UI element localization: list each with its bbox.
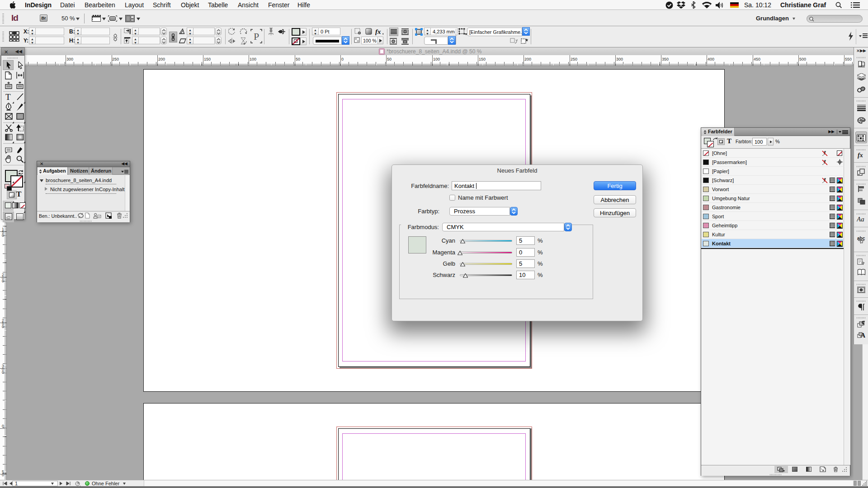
svg-text:fx: fx <box>375 28 381 35</box>
svg-text:P: P <box>254 31 259 42</box>
svg-text:A: A <box>861 332 865 338</box>
svg-text:T: T <box>5 93 11 101</box>
svg-text:fx: fx <box>858 152 863 159</box>
svg-text:Aa: Aa <box>857 216 864 222</box>
svg-text:abc: abc <box>857 236 865 241</box>
